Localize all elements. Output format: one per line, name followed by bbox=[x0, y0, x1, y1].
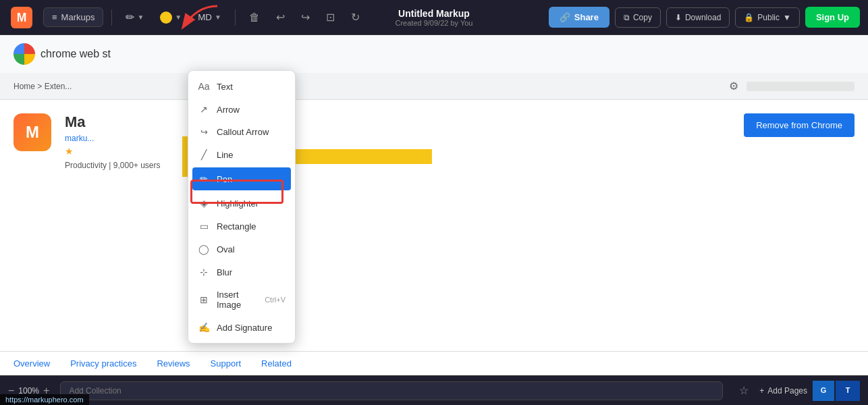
arrow-menu-label: Arrow bbox=[217, 105, 240, 115]
rotate-button[interactable]: ↻ bbox=[346, 7, 365, 28]
blurred-url bbox=[747, 82, 855, 91]
download-button[interactable]: ⬇ Download bbox=[666, 7, 730, 28]
menu-item-add-signature[interactable]: ✍ Add Signature bbox=[188, 316, 295, 339]
tab-privacy[interactable]: Privacy practices bbox=[70, 358, 136, 369]
svg-text:T: T bbox=[846, 386, 850, 394]
dropdown-chevron-icon: ▼ bbox=[137, 14, 144, 21]
chrome-logo bbox=[13, 43, 35, 65]
divider-2 bbox=[235, 9, 236, 26]
ext-header: Home > Exten... ⚙ bbox=[0, 73, 868, 100]
oval-menu-icon: ◯ bbox=[198, 244, 210, 254]
public-button[interactable]: 🔒 Public ▼ bbox=[735, 7, 800, 28]
size-label: MD bbox=[198, 12, 212, 22]
pen-menu-label: Pen bbox=[217, 174, 232, 184]
copy-button[interactable]: ⧉ Copy bbox=[615, 7, 661, 28]
delete-button[interactable]: 🗑 bbox=[244, 7, 265, 28]
markups-button[interactable]: ≡ Markups bbox=[43, 7, 103, 27]
download-icon: ⬇ bbox=[675, 13, 682, 22]
pen-icon: ✏ bbox=[126, 11, 134, 24]
tab-support[interactable]: Support bbox=[211, 358, 242, 369]
callout-arrow-menu-label: Callout Arrow bbox=[217, 127, 269, 137]
store-name: chrome web st bbox=[40, 48, 111, 60]
share-button[interactable]: 🔗 Share bbox=[549, 7, 609, 28]
gadgets-widget: G T bbox=[813, 381, 860, 401]
blur-menu-label: Blur bbox=[217, 267, 232, 277]
public-chevron-icon: ▼ bbox=[783, 13, 791, 22]
menu-item-oval[interactable]: ◯ Oval bbox=[188, 238, 295, 261]
svg-text:M: M bbox=[17, 11, 27, 24]
size-selector-button[interactable]: MD ▼ bbox=[192, 8, 227, 26]
highlighter-menu-label: Highlighter bbox=[217, 198, 259, 209]
share-icon: 🔗 bbox=[560, 12, 570, 22]
settings-icon[interactable]: ⚙ bbox=[729, 80, 738, 92]
app-logo: M bbox=[8, 4, 35, 31]
add-signature-menu-label: Add Signature bbox=[217, 323, 272, 333]
navbar: M ≡ Markups ✏ ▼ ▼ MD ▼ 🗑 ↩ ↪ ⊡ ↻ bbox=[0, 0, 868, 35]
tab-reviews[interactable]: Reviews bbox=[157, 358, 190, 369]
document-title-area: Untitled Markup Created 9/09/22 by You bbox=[396, 8, 473, 27]
url-bar: https://markuphero.com bbox=[0, 394, 89, 405]
layers-icon: ≡ bbox=[52, 12, 57, 22]
menu-item-arrow[interactable]: ↗ Arrow bbox=[188, 98, 295, 121]
oval-menu-label: Oval bbox=[217, 244, 235, 254]
redo-button[interactable]: ↪ bbox=[296, 7, 315, 28]
text-menu-icon: Aa bbox=[198, 81, 210, 92]
store-header: chrome web st bbox=[0, 35, 868, 73]
crop-button[interactable]: ⊡ bbox=[321, 7, 340, 28]
tab-overview[interactable]: Overview bbox=[13, 358, 50, 369]
undo-button[interactable]: ↩ bbox=[271, 7, 290, 28]
collection-input[interactable] bbox=[60, 381, 723, 400]
main-area: chrome web st Home > Exten... ⚙ M Ma bbox=[0, 35, 868, 375]
signup-label: Sign Up bbox=[816, 12, 849, 22]
bookmark-button[interactable]: ☆ bbox=[734, 381, 754, 400]
rectangle-menu-label: Rectangle bbox=[217, 221, 256, 232]
menu-item-blur[interactable]: ⊹ Blur bbox=[188, 261, 295, 284]
blur-menu-icon: ⊹ bbox=[198, 267, 210, 277]
share-label: Share bbox=[574, 12, 599, 22]
breadcrumb-text: Home > Exten... bbox=[13, 82, 72, 91]
breadcrumb: Home > Exten... bbox=[13, 82, 72, 91]
color-swatch bbox=[160, 11, 172, 24]
menu-item-text[interactable]: Aa Text bbox=[188, 75, 295, 98]
widget-icon-2: T bbox=[836, 381, 860, 401]
line-menu-label: Line bbox=[217, 150, 234, 160]
bottom-toolbar: − 100% + ☆ + Add Pages G T bbox=[0, 375, 868, 405]
add-pages-button[interactable]: + Add Pages bbox=[759, 386, 807, 396]
rectangle-menu-icon: ▭ bbox=[198, 221, 210, 232]
size-chevron-icon: ▼ bbox=[215, 14, 221, 21]
svg-text:G: G bbox=[821, 386, 827, 394]
public-label: Public bbox=[757, 13, 780, 22]
pen-tool-button[interactable]: ✏ ▼ bbox=[120, 7, 149, 28]
insert-image-menu-label: Insert Image bbox=[217, 290, 258, 310]
menu-item-insert-image[interactable]: ⊞ Insert Image Ctrl+V bbox=[188, 284, 295, 316]
copy-label: Copy bbox=[633, 13, 652, 22]
webpage-content: chrome web st Home > Exten... ⚙ M Ma bbox=[0, 35, 868, 375]
extension-logo: M bbox=[13, 113, 51, 151]
text-menu-label: Text bbox=[217, 82, 233, 92]
menu-item-line[interactable]: ╱ Line bbox=[188, 143, 295, 166]
remove-from-chrome-button[interactable]: Remove from Chrome bbox=[744, 113, 855, 137]
copy-icon: ⧉ bbox=[624, 13, 630, 22]
menu-item-callout-arrow[interactable]: ↪ Callout Arrow bbox=[188, 121, 295, 143]
extension-name: Ma bbox=[65, 113, 730, 131]
signup-button[interactable]: Sign Up bbox=[805, 7, 860, 28]
color-picker-button[interactable]: ▼ bbox=[155, 7, 187, 28]
highlighter-menu-icon: ◈ bbox=[198, 198, 210, 209]
tool-dropdown-menu: Aa Text ↗ Arrow ↪ Callout Arrow ╱ Line ✏… bbox=[188, 70, 296, 344]
arrow-menu-icon: ↗ bbox=[198, 104, 210, 115]
tab-related[interactable]: Related bbox=[261, 358, 292, 369]
document-title: Untitled Markup bbox=[396, 8, 473, 19]
divider-1 bbox=[111, 9, 112, 26]
color-chevron-icon: ▼ bbox=[175, 14, 182, 21]
document-subtitle: Created 9/09/22 by You bbox=[396, 19, 473, 27]
menu-item-rectangle[interactable]: ▭ Rectangle bbox=[188, 215, 295, 238]
pen-menu-icon: ✏ bbox=[198, 173, 210, 184]
insert-image-menu-icon: ⊞ bbox=[198, 294, 210, 305]
add-pages-icon: + bbox=[759, 386, 764, 396]
add-pages-label: Add Pages bbox=[767, 386, 807, 396]
download-label: Download bbox=[685, 13, 721, 22]
menu-item-highlighter[interactable]: ◈ Highlighter bbox=[188, 192, 295, 215]
markups-label: Markups bbox=[61, 12, 95, 22]
canvas-area[interactable]: chrome web st Home > Exten... ⚙ M Ma bbox=[0, 35, 868, 375]
menu-item-pen[interactable]: ✏ Pen bbox=[192, 167, 291, 190]
